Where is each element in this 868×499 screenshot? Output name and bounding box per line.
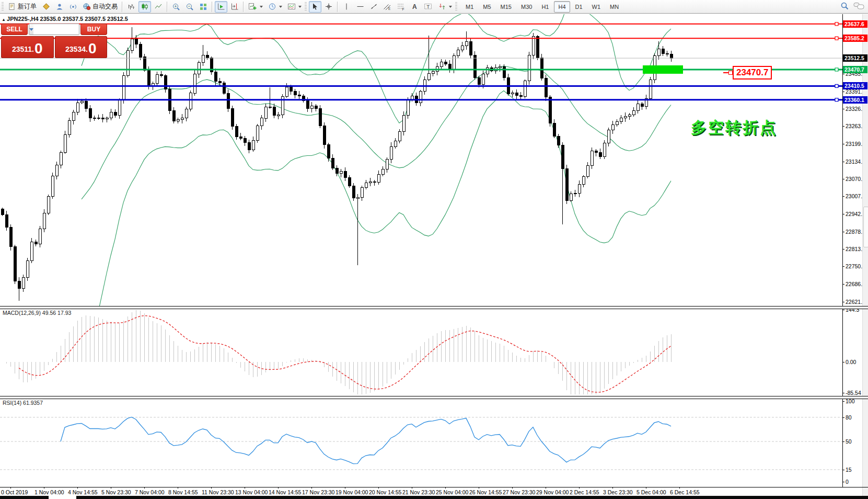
horizontal-line-tool[interactable] bbox=[354, 1, 366, 13]
timeframe-mn[interactable]: MN bbox=[606, 1, 623, 13]
trendline-tool[interactable] bbox=[367, 1, 380, 13]
svg-text:E: E bbox=[388, 7, 391, 10]
time-axis-label: 3 Dec 23:30 bbox=[603, 489, 633, 495]
cursor-button[interactable] bbox=[309, 1, 321, 13]
new-order-button[interactable]: 新订单 bbox=[6, 1, 39, 13]
chart-shift-button[interactable] bbox=[228, 1, 241, 13]
indicators-button[interactable] bbox=[285, 1, 304, 13]
sell-price-main: 23511. bbox=[12, 42, 34, 56]
metaeditor-button[interactable] bbox=[53, 1, 66, 13]
time-axis-label: 21 Nov 23:30 bbox=[402, 489, 435, 495]
periods-clock-icon bbox=[268, 3, 276, 10]
panel-separator-macd[interactable] bbox=[0, 306, 868, 309]
price-tick-mark bbox=[842, 179, 844, 179]
toolbar-grip[interactable] bbox=[455, 2, 457, 12]
new-chart-button[interactable] bbox=[246, 1, 265, 13]
panel-separator-rsi[interactable] bbox=[0, 396, 868, 399]
price-tick-mark bbox=[842, 126, 844, 127]
timeframe-m15[interactable]: M15 bbox=[496, 1, 516, 13]
price-tick-mark bbox=[842, 266, 844, 267]
equidistant-channel-icon: E bbox=[383, 3, 391, 10]
line-chart-button[interactable] bbox=[152, 1, 165, 13]
rsi-tick-mark bbox=[842, 441, 844, 442]
toolbar-grip[interactable] bbox=[2, 2, 4, 12]
toolbar-grip[interactable] bbox=[305, 2, 307, 12]
equidistant-channel-tool[interactable]: E bbox=[381, 1, 394, 13]
tile-windows-button[interactable] bbox=[197, 1, 210, 13]
candlestick-chart-button[interactable] bbox=[138, 1, 151, 13]
zoom-out-button[interactable] bbox=[183, 1, 196, 13]
price-tick-mark bbox=[842, 214, 844, 214]
price-tick-mark bbox=[842, 144, 844, 144]
timeframe-m30[interactable]: M30 bbox=[517, 1, 536, 13]
toolbar-separator bbox=[337, 2, 338, 12]
price-badge: 23410.5 bbox=[843, 82, 867, 89]
zoom-in-icon bbox=[172, 3, 180, 11]
time-axis-label: 17 Nov 23:30 bbox=[302, 489, 334, 495]
signals-button[interactable] bbox=[67, 1, 79, 13]
buy-price-display[interactable]: 23534.0 bbox=[55, 36, 108, 58]
timeframe-toolbar: M1M5M15M30H1H4D1W1MN bbox=[461, 1, 623, 13]
history-center-icon bbox=[42, 3, 50, 10]
new-order-label: 新订单 bbox=[18, 2, 37, 11]
timeframe-m1[interactable]: M1 bbox=[461, 1, 478, 13]
search-icon[interactable] bbox=[840, 1, 849, 10]
autotrading-button[interactable]: 自动交易 bbox=[80, 1, 120, 13]
new-chart-icon bbox=[248, 3, 257, 10]
svg-text:T: T bbox=[427, 4, 430, 9]
text-tool[interactable]: A bbox=[408, 1, 421, 13]
time-axis-label: 29 Nov 04:00 bbox=[536, 489, 569, 495]
toolbar-separator bbox=[243, 2, 244, 12]
price-tag-anchor[interactable] bbox=[728, 71, 733, 75]
macd-panel-canvas[interactable] bbox=[0, 308, 842, 396]
panel-separator-bottom[interactable] bbox=[0, 487, 868, 487]
periods-button[interactable] bbox=[266, 1, 284, 13]
scrollbar-thumb[interactable] bbox=[863, 207, 868, 247]
buy-price-main: 23534. bbox=[65, 42, 88, 56]
bottom-edge-gap bbox=[49, 496, 76, 499]
price-tag-label[interactable]: 23470.7 bbox=[733, 66, 772, 80]
price-tick-mark bbox=[842, 74, 844, 74]
main-chart-canvas[interactable] bbox=[0, 14, 842, 306]
buy-price-big-digit: 0 bbox=[88, 41, 97, 56]
bottom-edge-strip bbox=[0, 496, 868, 499]
buy-button[interactable]: BUY bbox=[80, 24, 107, 35]
chart-text-annotation[interactable]: 多空转折点 bbox=[691, 117, 777, 139]
time-axis-label: 1 Nov 04:00 bbox=[34, 489, 64, 495]
rsi-panel-canvas[interactable] bbox=[0, 398, 842, 487]
signals-icon bbox=[69, 3, 77, 10]
volume-input[interactable] bbox=[33, 24, 79, 35]
vertical-line-tool[interactable] bbox=[340, 1, 353, 13]
history-center-button[interactable] bbox=[40, 1, 52, 13]
timeframe-d1[interactable]: D1 bbox=[571, 1, 587, 13]
autotrading-icon bbox=[83, 3, 91, 10]
zoom-out-icon bbox=[186, 3, 194, 11]
sell-button[interactable]: SELL bbox=[1, 24, 28, 35]
crosshair-button[interactable] bbox=[322, 1, 335, 13]
symbol-info-text: JPN225-,H4 23535.0 23537.5 23507.5 23512… bbox=[7, 16, 128, 22]
rsi-tick-mark bbox=[842, 470, 844, 470]
one-click-trading-panel: SELL BUY 23511.0 23534.0 bbox=[1, 24, 107, 58]
chat-icon[interactable] bbox=[853, 2, 865, 10]
bar-chart-button[interactable] bbox=[125, 1, 137, 13]
time-axis-label: 6 Dec 14:55 bbox=[670, 489, 700, 495]
timeframe-h1[interactable]: H1 bbox=[537, 1, 553, 13]
vertical-line-icon bbox=[343, 3, 350, 10]
collapse-panel-arrow[interactable]: ▴ bbox=[3, 17, 5, 22]
text-label-tool[interactable]: T bbox=[422, 1, 435, 13]
timeframe-w1[interactable]: W1 bbox=[588, 1, 605, 13]
volume-stepper bbox=[29, 24, 79, 35]
macd-indicator-label: MACD(12,26,9) 49.56 17.93 bbox=[3, 310, 71, 316]
auto-scroll-button[interactable] bbox=[215, 1, 227, 13]
sell-price-display[interactable]: 23511.0 bbox=[1, 36, 54, 58]
chart-window[interactable]: ▴JPN225-,H4 23535.0 23537.5 23507.5 2351… bbox=[0, 14, 868, 499]
fibonacci-tool[interactable]: F bbox=[395, 1, 407, 13]
volume-down-button[interactable] bbox=[29, 24, 33, 35]
zoom-in-button[interactable] bbox=[170, 1, 182, 13]
timeframe-m5[interactable]: M5 bbox=[479, 1, 495, 13]
svg-text:A: A bbox=[412, 3, 417, 10]
timeframe-h4[interactable]: H4 bbox=[554, 1, 570, 13]
arrows-tool[interactable] bbox=[436, 1, 454, 13]
rsi-tick-mark bbox=[842, 401, 844, 402]
horizontal-line-icon bbox=[356, 3, 364, 10]
